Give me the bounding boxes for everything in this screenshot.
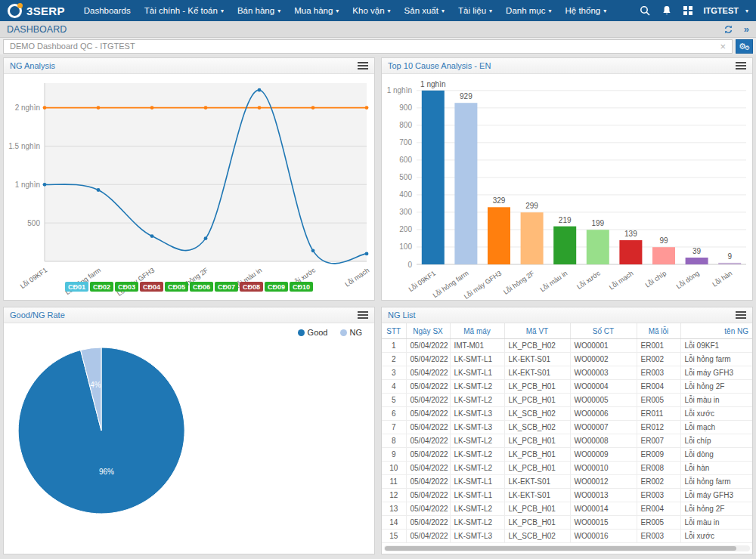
table-cell: 10 xyxy=(382,462,406,475)
nav-item-1[interactable]: Tài chính - Kế toán▾ xyxy=(138,0,231,21)
nav-item-7[interactable]: Danh mục▾ xyxy=(499,0,558,21)
table-cell: LK_SCB_H02 xyxy=(504,407,570,421)
process-badge[interactable]: CĐ10 xyxy=(290,282,313,292)
svg-text:800: 800 xyxy=(399,121,412,129)
legend-item[interactable]: Good xyxy=(298,328,328,337)
svg-text:100: 100 xyxy=(399,242,412,251)
panel-title: NG List xyxy=(388,310,416,320)
table-cell: ER009 xyxy=(637,448,680,462)
process-badge[interactable]: CĐ06 xyxy=(190,282,213,292)
svg-text:1.5 nghìn: 1.5 nghìn xyxy=(8,142,40,150)
table-cell: LK-SMT-L1 xyxy=(450,366,504,380)
column-header[interactable]: Mã lỗi xyxy=(637,323,680,339)
table-cell: LK-EKT-S01 xyxy=(504,366,570,380)
brand-name: 3SERP xyxy=(26,5,65,17)
username: ITGTEST xyxy=(704,6,739,15)
panel-body: STTNgày SXMã máyMã VTSố CTMã lỗitên NG10… xyxy=(382,323,752,554)
table-row[interactable]: 605/04/2022LK-SMT-L3LK_SCB_H02WO00006ER0… xyxy=(382,407,752,421)
nav-item-2[interactable]: Bán hàng▾ xyxy=(231,0,287,21)
table-cell: WO00009 xyxy=(570,448,637,462)
collapse-button[interactable]: » xyxy=(744,24,749,34)
panel-menu-button[interactable] xyxy=(736,60,746,71)
column-header[interactable]: Ngày SX xyxy=(406,323,450,339)
table-row[interactable]: 705/04/2022LK-SMT-L3LK_SCB_H02WO00007ER0… xyxy=(382,421,752,434)
dashboard-select[interactable]: DEMO Dashboard QC - ITGTEST × xyxy=(3,39,733,54)
table-cell: Lỗi hỏng 2F xyxy=(680,502,752,516)
table-row[interactable]: 205/04/2022LK-SMT-L1LK-EKT-S01WO00002ER0… xyxy=(382,353,752,366)
process-badge[interactable]: CĐ03 xyxy=(115,282,138,292)
process-badge[interactable]: CĐ09 xyxy=(265,282,288,292)
search-button[interactable] xyxy=(640,5,650,16)
table-cell: IMT-M01 xyxy=(450,339,504,353)
table-cell: WO00014 xyxy=(570,502,637,516)
table-row[interactable]: 105/04/2022IMT-M01LK_PCB_H02WO00001ER001… xyxy=(382,339,752,353)
scrollbar-thumb[interactable] xyxy=(385,546,736,551)
process-badge[interactable]: CĐ02 xyxy=(90,282,113,292)
column-header[interactable]: STT xyxy=(382,323,406,339)
table-cell: 15 xyxy=(382,530,406,543)
table-row[interactable]: 1005/04/2022LK-SMT-L2LK_PCB_H01WO00010ER… xyxy=(382,462,752,475)
nav-item-0[interactable]: Dashboards xyxy=(77,0,138,21)
panel-menu-button[interactable] xyxy=(358,310,368,320)
table-cell: 12 xyxy=(382,489,406,502)
process-badge[interactable]: CĐ04 xyxy=(140,282,163,292)
table-cell: 5 xyxy=(382,394,406,407)
svg-text:219: 219 xyxy=(559,216,572,224)
table-cell: ER005 xyxy=(637,516,680,530)
panel-menu-button[interactable] xyxy=(358,60,368,71)
table-cell: LK_SCB_H02 xyxy=(504,530,570,543)
nav-item-label: Dashboards xyxy=(84,6,131,15)
table-row[interactable]: 905/04/2022LK-SMT-L2LK_PCB_H01WO00009ER0… xyxy=(382,448,752,462)
svg-text:329: 329 xyxy=(493,196,506,205)
clear-icon[interactable]: × xyxy=(720,42,726,51)
dashboard-settings-button[interactable]: ⚙ ⚙ xyxy=(736,39,753,54)
table-row[interactable]: 1305/04/2022LK-SMT-L2LK_PCB_H01WO00014ER… xyxy=(382,502,752,516)
column-header[interactable]: tên NG xyxy=(680,323,752,339)
horizontal-scrollbar[interactable] xyxy=(384,545,750,551)
process-badge[interactable]: CĐ05 xyxy=(165,282,188,292)
table-row[interactable]: 1105/04/2022LK-SMT-L1LK-EKT-S01WO00012ER… xyxy=(382,475,752,489)
column-header[interactable]: Số CT xyxy=(570,323,637,339)
table-row[interactable]: 1405/04/2022LK-SMT-L2LK_PCB_H01WO00015ER… xyxy=(382,516,752,530)
column-header[interactable]: Mã VT xyxy=(504,323,570,339)
table-row[interactable]: 1505/04/2022LK-SMT-L3LK_SCB_H02WO00016ER… xyxy=(382,530,752,543)
table-cell: Lỗi màu in xyxy=(680,516,752,530)
panel-menu-button[interactable] xyxy=(736,310,746,320)
table-cell: LK-SMT-L1 xyxy=(450,489,504,502)
nav-item-4[interactable]: Kho vận▾ xyxy=(345,0,397,21)
apps-grid-button[interactable] xyxy=(683,6,692,15)
process-badge[interactable]: CĐ08 xyxy=(240,282,263,292)
chevron-down-icon: ▾ xyxy=(388,8,391,14)
chevron-down-icon: ▾ xyxy=(745,8,748,14)
refresh-button[interactable] xyxy=(723,24,734,35)
svg-text:500: 500 xyxy=(399,173,412,181)
table-cell: LK-SMT-L3 xyxy=(450,421,504,434)
table-row[interactable]: 505/04/2022LK-SMT-L2LK_PCB_H01WO00005ER0… xyxy=(382,394,752,407)
table-cell: WO00016 xyxy=(570,530,637,543)
process-badge-row: CĐ01CĐ02CĐ03CĐ04CĐ05CĐ06CĐ07CĐ08CĐ09CĐ10 xyxy=(4,279,374,292)
table-cell: LK_SCB_H02 xyxy=(504,421,570,434)
legend-item[interactable]: NG xyxy=(340,328,363,337)
notifications-button[interactable] xyxy=(662,5,672,16)
table-row[interactable]: 405/04/2022LK-SMT-L2LK_PCB_H01WO00004ER0… xyxy=(382,380,752,394)
nav-item-3[interactable]: Mua hàng▾ xyxy=(287,0,345,21)
table-row[interactable]: 305/04/2022LK-SMT-L1LK-EKT-S01WO00003ER0… xyxy=(382,366,752,380)
table-cell: 05/04/2022 xyxy=(406,448,450,462)
panel-ng-list: NG List STTNgày SXMã máyMã VTSố CTMã lỗi… xyxy=(381,307,753,554)
svg-text:500: 500 xyxy=(27,219,40,227)
brand-logo[interactable]: 3SERP xyxy=(8,4,65,18)
nav-item-5[interactable]: Sản xuất▾ xyxy=(398,0,451,21)
panel-title: NG Analysis xyxy=(10,61,55,70)
table-cell: WO00015 xyxy=(570,516,637,530)
user-menu[interactable]: ITGTEST ▾ xyxy=(704,6,748,15)
process-badge[interactable]: CĐ01 xyxy=(65,282,88,292)
process-badge[interactable]: CĐ07 xyxy=(215,282,238,292)
table-cell: 05/04/2022 xyxy=(406,502,450,516)
nav-item-6[interactable]: Tài liệu▾ xyxy=(451,0,499,21)
table-row[interactable]: 1205/04/2022LK-SMT-L1LK-EKT-S01WO00013ER… xyxy=(382,489,752,502)
column-header[interactable]: Mã máy xyxy=(450,323,504,339)
svg-text:Lỗi chíp: Lỗi chíp xyxy=(644,269,668,289)
nav-item-8[interactable]: Hệ thống▾ xyxy=(559,0,614,21)
table-cell: WO00003 xyxy=(570,366,637,380)
table-row[interactable]: 805/04/2022LK-SMT-L2LK_PCB_H01WO00008ER0… xyxy=(382,434,752,448)
